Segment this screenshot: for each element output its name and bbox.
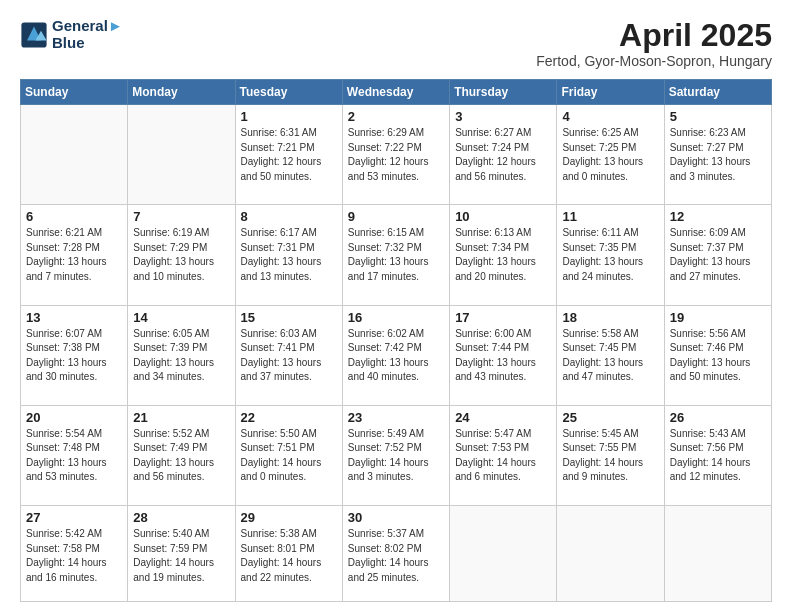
day-number: 10 — [455, 209, 551, 224]
day-number: 6 — [26, 209, 122, 224]
calendar-cell: 3Sunrise: 6:27 AM Sunset: 7:24 PM Daylig… — [450, 105, 557, 205]
calendar-cell: 30Sunrise: 5:37 AM Sunset: 8:02 PM Dayli… — [342, 506, 449, 602]
day-info: Sunrise: 5:47 AM Sunset: 7:53 PM Dayligh… — [455, 427, 551, 485]
day-info: Sunrise: 6:31 AM Sunset: 7:21 PM Dayligh… — [241, 126, 337, 184]
day-info: Sunrise: 6:13 AM Sunset: 7:34 PM Dayligh… — [455, 226, 551, 284]
calendar-week-row: 1Sunrise: 6:31 AM Sunset: 7:21 PM Daylig… — [21, 105, 772, 205]
weekday-header: Sunday — [21, 80, 128, 105]
day-number: 30 — [348, 510, 444, 525]
day-info: Sunrise: 6:11 AM Sunset: 7:35 PM Dayligh… — [562, 226, 658, 284]
logo: General► Blue — [20, 18, 123, 51]
calendar-cell — [450, 506, 557, 602]
calendar-cell: 24Sunrise: 5:47 AM Sunset: 7:53 PM Dayli… — [450, 405, 557, 505]
calendar-table: SundayMondayTuesdayWednesdayThursdayFrid… — [20, 79, 772, 602]
day-info: Sunrise: 5:52 AM Sunset: 7:49 PM Dayligh… — [133, 427, 229, 485]
calendar-cell: 17Sunrise: 6:00 AM Sunset: 7:44 PM Dayli… — [450, 305, 557, 405]
day-number: 2 — [348, 109, 444, 124]
day-info: Sunrise: 5:43 AM Sunset: 7:56 PM Dayligh… — [670, 427, 766, 485]
calendar-cell: 21Sunrise: 5:52 AM Sunset: 7:49 PM Dayli… — [128, 405, 235, 505]
calendar-cell: 27Sunrise: 5:42 AM Sunset: 7:58 PM Dayli… — [21, 506, 128, 602]
day-number: 19 — [670, 310, 766, 325]
day-number: 24 — [455, 410, 551, 425]
day-info: Sunrise: 6:23 AM Sunset: 7:27 PM Dayligh… — [670, 126, 766, 184]
calendar-cell: 5Sunrise: 6:23 AM Sunset: 7:27 PM Daylig… — [664, 105, 771, 205]
calendar-cell: 22Sunrise: 5:50 AM Sunset: 7:51 PM Dayli… — [235, 405, 342, 505]
day-number: 1 — [241, 109, 337, 124]
calendar-cell — [128, 105, 235, 205]
day-info: Sunrise: 6:05 AM Sunset: 7:39 PM Dayligh… — [133, 327, 229, 385]
day-number: 12 — [670, 209, 766, 224]
day-number: 11 — [562, 209, 658, 224]
calendar-week-row: 27Sunrise: 5:42 AM Sunset: 7:58 PM Dayli… — [21, 506, 772, 602]
day-number: 5 — [670, 109, 766, 124]
month-title: April 2025 — [536, 18, 772, 53]
calendar-week-row: 13Sunrise: 6:07 AM Sunset: 7:38 PM Dayli… — [21, 305, 772, 405]
day-number: 3 — [455, 109, 551, 124]
day-number: 27 — [26, 510, 122, 525]
calendar-header-row: SundayMondayTuesdayWednesdayThursdayFrid… — [21, 80, 772, 105]
day-info: Sunrise: 6:17 AM Sunset: 7:31 PM Dayligh… — [241, 226, 337, 284]
calendar-cell: 10Sunrise: 6:13 AM Sunset: 7:34 PM Dayli… — [450, 205, 557, 305]
day-number: 18 — [562, 310, 658, 325]
logo-icon — [20, 21, 48, 49]
calendar-cell — [557, 506, 664, 602]
day-number: 25 — [562, 410, 658, 425]
calendar-week-row: 20Sunrise: 5:54 AM Sunset: 7:48 PM Dayli… — [21, 405, 772, 505]
day-number: 7 — [133, 209, 229, 224]
day-info: Sunrise: 6:02 AM Sunset: 7:42 PM Dayligh… — [348, 327, 444, 385]
day-info: Sunrise: 6:29 AM Sunset: 7:22 PM Dayligh… — [348, 126, 444, 184]
calendar-cell: 9Sunrise: 6:15 AM Sunset: 7:32 PM Daylig… — [342, 205, 449, 305]
calendar-cell: 20Sunrise: 5:54 AM Sunset: 7:48 PM Dayli… — [21, 405, 128, 505]
calendar-week-row: 6Sunrise: 6:21 AM Sunset: 7:28 PM Daylig… — [21, 205, 772, 305]
day-number: 22 — [241, 410, 337, 425]
day-number: 28 — [133, 510, 229, 525]
weekday-header: Tuesday — [235, 80, 342, 105]
logo-text: General► Blue — [52, 18, 123, 51]
title-block: April 2025 Fertod, Gyor-Moson-Sopron, Hu… — [536, 18, 772, 69]
calendar-cell: 6Sunrise: 6:21 AM Sunset: 7:28 PM Daylig… — [21, 205, 128, 305]
calendar-cell: 26Sunrise: 5:43 AM Sunset: 7:56 PM Dayli… — [664, 405, 771, 505]
day-info: Sunrise: 6:03 AM Sunset: 7:41 PM Dayligh… — [241, 327, 337, 385]
day-number: 16 — [348, 310, 444, 325]
day-info: Sunrise: 6:07 AM Sunset: 7:38 PM Dayligh… — [26, 327, 122, 385]
calendar-cell: 7Sunrise: 6:19 AM Sunset: 7:29 PM Daylig… — [128, 205, 235, 305]
day-info: Sunrise: 5:50 AM Sunset: 7:51 PM Dayligh… — [241, 427, 337, 485]
header: General► Blue April 2025 Fertod, Gyor-Mo… — [20, 18, 772, 69]
calendar-cell: 14Sunrise: 6:05 AM Sunset: 7:39 PM Dayli… — [128, 305, 235, 405]
weekday-header: Wednesday — [342, 80, 449, 105]
calendar-cell: 19Sunrise: 5:56 AM Sunset: 7:46 PM Dayli… — [664, 305, 771, 405]
day-number: 17 — [455, 310, 551, 325]
calendar-cell: 8Sunrise: 6:17 AM Sunset: 7:31 PM Daylig… — [235, 205, 342, 305]
day-info: Sunrise: 5:45 AM Sunset: 7:55 PM Dayligh… — [562, 427, 658, 485]
day-info: Sunrise: 5:37 AM Sunset: 8:02 PM Dayligh… — [348, 527, 444, 585]
day-info: Sunrise: 5:58 AM Sunset: 7:45 PM Dayligh… — [562, 327, 658, 385]
day-info: Sunrise: 5:38 AM Sunset: 8:01 PM Dayligh… — [241, 527, 337, 585]
day-info: Sunrise: 5:54 AM Sunset: 7:48 PM Dayligh… — [26, 427, 122, 485]
calendar-cell: 18Sunrise: 5:58 AM Sunset: 7:45 PM Dayli… — [557, 305, 664, 405]
weekday-header: Monday — [128, 80, 235, 105]
day-number: 15 — [241, 310, 337, 325]
day-info: Sunrise: 6:15 AM Sunset: 7:32 PM Dayligh… — [348, 226, 444, 284]
calendar-cell: 29Sunrise: 5:38 AM Sunset: 8:01 PM Dayli… — [235, 506, 342, 602]
day-info: Sunrise: 6:25 AM Sunset: 7:25 PM Dayligh… — [562, 126, 658, 184]
day-info: Sunrise: 6:27 AM Sunset: 7:24 PM Dayligh… — [455, 126, 551, 184]
calendar-cell: 28Sunrise: 5:40 AM Sunset: 7:59 PM Dayli… — [128, 506, 235, 602]
day-info: Sunrise: 6:21 AM Sunset: 7:28 PM Dayligh… — [26, 226, 122, 284]
calendar-cell: 15Sunrise: 6:03 AM Sunset: 7:41 PM Dayli… — [235, 305, 342, 405]
calendar-cell: 1Sunrise: 6:31 AM Sunset: 7:21 PM Daylig… — [235, 105, 342, 205]
day-number: 13 — [26, 310, 122, 325]
day-number: 9 — [348, 209, 444, 224]
day-info: Sunrise: 5:49 AM Sunset: 7:52 PM Dayligh… — [348, 427, 444, 485]
calendar-cell: 16Sunrise: 6:02 AM Sunset: 7:42 PM Dayli… — [342, 305, 449, 405]
day-number: 23 — [348, 410, 444, 425]
day-info: Sunrise: 5:42 AM Sunset: 7:58 PM Dayligh… — [26, 527, 122, 585]
calendar-cell: 11Sunrise: 6:11 AM Sunset: 7:35 PM Dayli… — [557, 205, 664, 305]
calendar-cell: 25Sunrise: 5:45 AM Sunset: 7:55 PM Dayli… — [557, 405, 664, 505]
day-info: Sunrise: 6:00 AM Sunset: 7:44 PM Dayligh… — [455, 327, 551, 385]
page: General► Blue April 2025 Fertod, Gyor-Mo… — [0, 0, 792, 612]
calendar-cell: 12Sunrise: 6:09 AM Sunset: 7:37 PM Dayli… — [664, 205, 771, 305]
day-info: Sunrise: 5:40 AM Sunset: 7:59 PM Dayligh… — [133, 527, 229, 585]
day-number: 8 — [241, 209, 337, 224]
calendar-cell: 13Sunrise: 6:07 AM Sunset: 7:38 PM Dayli… — [21, 305, 128, 405]
day-number: 21 — [133, 410, 229, 425]
